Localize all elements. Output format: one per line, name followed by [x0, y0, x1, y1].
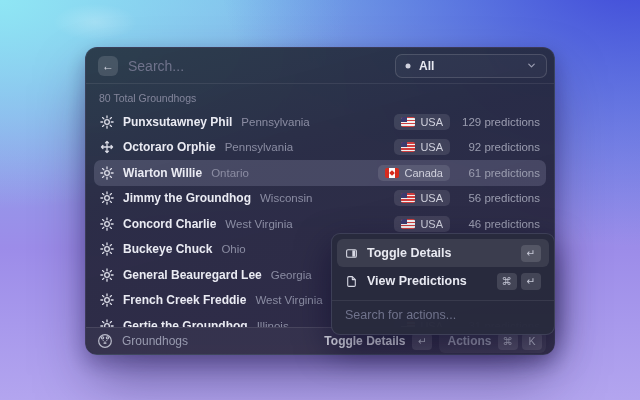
groundhog-name: Buckeye Chuck — [123, 242, 212, 256]
groundhog-location: West Virginia — [255, 294, 322, 306]
groundhog-name: Gertie the Groundhog — [123, 319, 248, 327]
actions-popup-items: Toggle Details↵View Predictions⌘↵ — [337, 239, 549, 295]
arrow-left-icon: ← — [102, 59, 114, 73]
groundhog-name: General Beauregard Lee — [123, 268, 262, 282]
groundhog-location: Pennsylvania — [241, 116, 309, 128]
country-label: USA — [420, 116, 443, 128]
dot-icon — [405, 63, 411, 69]
prediction-count: 129 predictions — [450, 116, 540, 128]
groundhog-location: West Virginia — [225, 218, 292, 230]
country-badge: USA — [394, 190, 450, 206]
country-badge: Canada — [378, 165, 450, 181]
filter-selected-value: All — [419, 59, 434, 73]
action-item-label: View Predictions — [367, 274, 467, 288]
groundhog-name: Jimmy the Groundhog — [123, 191, 251, 205]
actions-search-input[interactable] — [345, 308, 541, 322]
key-badge: ⌘ — [497, 273, 518, 290]
list-item[interactable]: Jimmy the GroundhogWisconsinUSA56 predic… — [94, 186, 546, 212]
action-shortcut-keys: ↵ — [521, 245, 541, 262]
actions-search — [337, 301, 549, 329]
prediction-count: 56 predictions — [450, 192, 540, 204]
list-item[interactable]: Octoraro OrphiePennsylvaniaUSA92 predict… — [94, 135, 546, 161]
search-input[interactable] — [128, 58, 385, 74]
groundhog-name: Octoraro Orphie — [123, 140, 216, 154]
groundhog-location: Ontario — [211, 167, 249, 179]
snowflake-icon — [100, 140, 114, 154]
country-badge: USA — [394, 139, 450, 155]
sun-icon — [100, 191, 114, 205]
action-item[interactable]: View Predictions⌘↵ — [337, 267, 549, 295]
groundhog-location: Georgia — [271, 269, 312, 281]
return-key-icon: ↵ — [412, 333, 432, 350]
country-label: Canada — [404, 167, 443, 179]
sun-icon — [100, 115, 114, 129]
sun-icon — [100, 217, 114, 231]
sun-icon — [100, 242, 114, 256]
action-shortcut-keys: ⌘↵ — [497, 273, 542, 290]
prediction-count: 46 predictions — [450, 218, 540, 230]
usa-flag-icon — [401, 117, 415, 127]
groundhog-icon — [97, 333, 113, 349]
list-item[interactable]: Punxsutawney PhilPennsylvaniaUSA129 pred… — [94, 109, 546, 135]
actions-popup: Toggle Details↵View Predictions⌘↵ — [331, 233, 555, 335]
usa-flag-icon — [401, 219, 415, 229]
usa-flag-icon — [401, 193, 415, 203]
sun-icon — [100, 166, 114, 180]
primary-action-label[interactable]: Toggle Details — [324, 334, 405, 348]
canada-flag-icon — [385, 168, 399, 178]
key-badge: ↵ — [521, 273, 541, 290]
chevron-down-icon — [526, 60, 537, 71]
sun-icon — [100, 293, 114, 307]
key-badge: K — [522, 333, 542, 350]
prediction-count: 92 predictions — [450, 141, 540, 153]
action-item[interactable]: Toggle Details↵ — [337, 239, 549, 267]
section-header: 80 Total Groundhogs — [99, 91, 541, 105]
back-button[interactable]: ← — [98, 56, 118, 76]
groundhog-location: Ohio — [221, 243, 245, 255]
groundhog-name: French Creek Freddie — [123, 293, 246, 307]
prediction-count: 61 predictions — [450, 167, 540, 179]
search-bar: ← All — [86, 48, 554, 84]
actions-label: Actions — [447, 334, 491, 348]
country-label: USA — [420, 141, 443, 153]
actions-shortcut-keys: ⌘K — [498, 333, 543, 350]
sun-icon — [100, 319, 114, 327]
country-label: USA — [420, 218, 443, 230]
country-badge: USA — [394, 114, 450, 130]
country-label: USA — [420, 192, 443, 204]
country-badge: USA — [394, 216, 450, 232]
groundhog-name: Wiarton Willie — [123, 166, 202, 180]
groundhog-location: Illinois — [257, 320, 289, 327]
filter-dropdown[interactable]: All — [395, 54, 547, 78]
key-badge: ⌘ — [498, 333, 519, 350]
action-item-label: Toggle Details — [367, 246, 452, 260]
document-icon — [345, 275, 358, 288]
groundhog-name: Concord Charlie — [123, 217, 216, 231]
sidebar-icon — [345, 247, 358, 260]
usa-flag-icon — [401, 142, 415, 152]
groundhog-location: Wisconsin — [260, 192, 312, 204]
groundhog-name: Punxsutawney Phil — [123, 115, 232, 129]
key-badge: ↵ — [521, 245, 541, 262]
groundhog-location: Pennsylvania — [225, 141, 293, 153]
list-item[interactable]: Wiarton WillieOntarioCanada61 prediction… — [94, 160, 546, 186]
sun-icon — [100, 268, 114, 282]
app-name: Groundhogs — [122, 334, 188, 348]
